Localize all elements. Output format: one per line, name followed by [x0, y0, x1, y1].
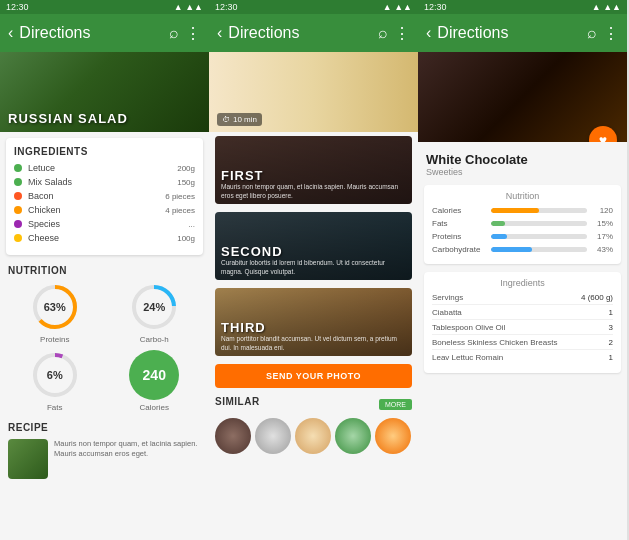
ingredient-dot-0: [14, 164, 22, 172]
nut-label-fats: Fats: [432, 219, 487, 228]
status-bar-1: 12:30 ▲ ▲▲: [0, 0, 209, 14]
dish-category: Sweeties: [426, 167, 619, 177]
similar-img-3[interactable]: [335, 418, 371, 454]
nut-label-carb: Carbohydrate: [432, 245, 487, 254]
more-icon-1[interactable]: ⋮: [185, 24, 201, 43]
fats-value: 6%: [47, 369, 63, 381]
nut-bar-carb: [491, 247, 532, 252]
status-icons-2: ▲ ▲▲: [383, 2, 412, 12]
similar-img-2[interactable]: [295, 418, 331, 454]
ing-item-label-0: Ciabatta: [432, 308, 462, 317]
carboh-label: Carbo-h: [140, 335, 169, 344]
step-third-num: THIRD: [221, 320, 406, 335]
step-third-desc: Nam porttitor blandit accumsan. Ut vel d…: [221, 335, 406, 352]
nut-row-fats: Fats 15%: [432, 219, 613, 228]
dish-info: White Chocolate Sweeties: [418, 142, 627, 181]
recipe-title-1: RECIPE: [8, 422, 201, 433]
ingredient-row-0: Letuce 200g: [14, 163, 195, 173]
similar-section: SIMILAR MORE: [209, 392, 418, 458]
more-button[interactable]: MORE: [379, 399, 412, 410]
nutrition-section-1: NUTRITION 63% Proteins: [0, 261, 209, 416]
proteins-label: Proteins: [40, 335, 69, 344]
recipe-section-1: RECIPE Mauris non tempor quam, et lacini…: [0, 418, 209, 483]
search-icon-1[interactable]: ⌕: [169, 24, 179, 42]
ingredient-amount-5: 100g: [177, 234, 195, 243]
panel-1: 12:30 ▲ ▲▲ ‹ Directions ⌕ ⋮ RUSSIAN SALA…: [0, 0, 209, 540]
similar-images: [215, 418, 412, 454]
send-photo-button[interactable]: SEND YOUR PHOTO: [215, 364, 412, 388]
ingredient-row-5: Cheese 100g: [14, 233, 195, 243]
back-icon-1[interactable]: ‹: [8, 24, 13, 42]
ingredient-row-3: Chicken 4 pieces: [14, 205, 195, 215]
hero-2: ⏱ 10 min: [209, 52, 418, 132]
nutrition-card-3: Nutrition Calories 120 Fats 15% Proteins…: [424, 185, 621, 264]
status-bar-3: 12:30 ▲ ▲▲: [418, 0, 627, 14]
ingredient-dot-2: [14, 192, 22, 200]
ingredient-dot-4: [14, 220, 22, 228]
nutrition-fats: 6% Fats: [8, 350, 102, 412]
ingredient-name-4: Species: [28, 219, 188, 229]
nutrition-card-title: Nutrition: [432, 191, 613, 201]
top-bar-3: ‹ Directions ⌕ ⋮: [418, 14, 627, 52]
hero-1: RUSSIAN SALAD: [0, 52, 209, 132]
ingredients-card-1: INGREDIENTS Letuce 200g Mix Salads 150g …: [6, 138, 203, 255]
ingredient-name-1: Mix Salads: [28, 177, 177, 187]
proteins-circle: 63%: [30, 282, 80, 332]
title-1: Directions: [19, 24, 163, 42]
more-icon-3[interactable]: ⋮: [603, 24, 619, 43]
ing-item-val-2: 2: [609, 338, 613, 347]
back-icon-2[interactable]: ‹: [217, 24, 222, 42]
ingredient-amount-4: ...: [188, 220, 195, 229]
nut-label-calories: Calories: [432, 206, 487, 215]
similar-img-4[interactable]: [375, 418, 411, 454]
ing-item-1: Tablespoon Olive Oil 3: [432, 323, 613, 335]
status-icons-3: ▲ ▲▲: [592, 2, 621, 12]
search-icon-3[interactable]: ⌕: [587, 24, 597, 42]
ing-servings-row: Servings 4 (600 g): [432, 293, 613, 305]
back-icon-3[interactable]: ‹: [426, 24, 431, 42]
title-2: Directions: [228, 24, 372, 42]
fats-label: Fats: [47, 403, 63, 412]
ingredient-name-2: Bacon: [28, 191, 165, 201]
top-bar-1: ‹ Directions ⌕ ⋮: [0, 14, 209, 52]
step-first-bg: FIRST Mauris non tempor quam, et lacinia…: [215, 136, 412, 204]
similar-img-1[interactable]: [255, 418, 291, 454]
ingredient-name-3: Chicken: [28, 205, 165, 215]
nut-bar-calories: [491, 208, 539, 213]
ing-item-0: Ciabatta 1: [432, 308, 613, 320]
ingredient-name-0: Letuce: [28, 163, 177, 173]
nut-bar-wrap-calories: [491, 208, 587, 213]
status-time-3: 12:30: [424, 2, 447, 12]
step-first-desc: Mauris non tempor quam, et lacinia sapie…: [221, 183, 406, 200]
ingredient-amount-3: 4 pieces: [165, 206, 195, 215]
ingredient-amount-0: 200g: [177, 164, 195, 173]
step-second: SECOND Curabitur lobortis id lorem id bi…: [215, 212, 412, 280]
status-time-2: 12:30: [215, 2, 238, 12]
nutrition-title-1: NUTRITION: [8, 265, 201, 276]
similar-header: SIMILAR MORE: [215, 396, 412, 413]
search-icon-2[interactable]: ⌕: [378, 24, 388, 42]
nut-row-proteins: Proteins 17%: [432, 232, 613, 241]
step-third: THIRD Nam porttitor blandit accumsan. Ut…: [215, 288, 412, 356]
similar-img-0[interactable]: [215, 418, 251, 454]
ing-item-label-1: Tablespoon Olive Oil: [432, 323, 505, 332]
nut-val-carb: 43%: [591, 245, 613, 254]
ingredient-row-1: Mix Salads 150g: [14, 177, 195, 187]
ing-item-label-2: Boneless Skinless Chicken Breasts: [432, 338, 557, 347]
ingredient-row-4: Species ...: [14, 219, 195, 229]
nut-row-calories: Calories 120: [432, 206, 613, 215]
status-bar-2: 12:30 ▲ ▲▲: [209, 0, 418, 14]
ingredient-name-5: Cheese: [28, 233, 177, 243]
more-icon-2[interactable]: ⋮: [394, 24, 410, 43]
nut-label-proteins: Proteins: [432, 232, 487, 241]
calories-label: Calories: [140, 403, 169, 412]
ingredient-amount-2: 6 pieces: [165, 192, 195, 201]
calories-value: 240: [143, 367, 166, 383]
nut-bar-fats: [491, 221, 505, 226]
nutrition-carboh: 24% Carbo-h: [108, 282, 202, 344]
ing-item-label-3: Leav Lettuc Romain: [432, 353, 503, 362]
nutrition-calories: 240 Calories: [108, 350, 202, 412]
ingredient-dot-5: [14, 234, 22, 242]
step-second-num: SECOND: [221, 244, 406, 259]
hero-bg-1: RUSSIAN SALAD: [0, 52, 209, 132]
